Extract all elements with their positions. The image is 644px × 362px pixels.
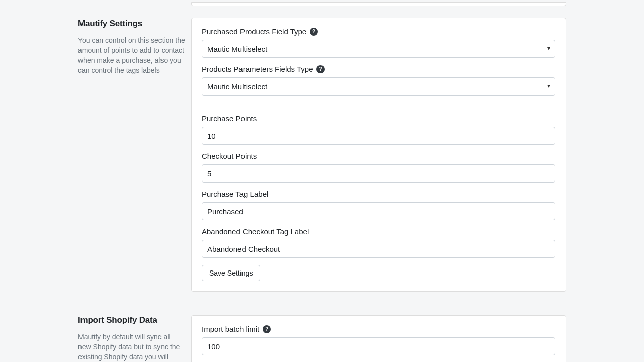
import-shopify-card: Import batch limit ? Import Continue Imp… — [191, 315, 566, 362]
label-text: Purchased Products Field Type — [202, 27, 306, 36]
purchased-products-field-type-select[interactable]: Mautic Multiselect — [202, 40, 555, 58]
help-icon[interactable]: ? — [310, 28, 318, 36]
label-text: Purchase Points — [202, 114, 257, 123]
help-icon[interactable]: ? — [316, 65, 325, 73]
save-settings-button[interactable]: Save Settings — [202, 265, 260, 281]
help-icon[interactable]: ? — [263, 325, 271, 333]
mautify-settings-card: Purchased Products Field Type ? Mautic M… — [191, 18, 566, 292]
mautify-settings-desc: You can control on this section the amou… — [78, 36, 185, 76]
purchased-products-field-type-label: Purchased Products Field Type ? — [202, 27, 555, 36]
label-text: Checkout Points — [202, 152, 257, 160]
import-shopify-desc1: Mautify by default will sync all new Sho… — [78, 332, 185, 362]
abandoned-checkout-tag-label-input[interactable] — [202, 240, 555, 258]
import-shopify-sidebar: Import Shopify Data Mautify by default w… — [78, 315, 191, 362]
import-shopify-section: Import Shopify Data Mautify by default w… — [78, 315, 566, 362]
import-shopify-title: Import Shopify Data — [78, 315, 185, 325]
label-text: Import batch limit — [202, 325, 259, 333]
purchase-points-input[interactable] — [202, 127, 555, 145]
purchase-tag-label-input[interactable] — [202, 202, 555, 220]
label-text: Products Parameters Fields Type — [202, 65, 313, 73]
label-text: Purchase Tag Label — [202, 190, 268, 198]
mautify-settings-sidebar: Mautify Settings You can control on this… — [78, 2, 191, 81]
mautify-settings-section: Mautify Settings You can control on this… — [78, 2, 566, 303]
products-parameters-fields-type-label: Products Parameters Fields Type ? — [202, 65, 555, 73]
checkout-points-input[interactable] — [202, 164, 555, 183]
purchase-points-label: Purchase Points — [202, 114, 555, 123]
previous-card-edge — [191, 2, 566, 6]
purchase-tag-label-label: Purchase Tag Label — [202, 190, 555, 198]
import-batch-limit-label: Import batch limit ? — [202, 325, 555, 333]
divider — [202, 105, 555, 105]
label-text: Abandoned Checkout Tag Label — [202, 227, 309, 236]
abandoned-checkout-tag-label-label: Abandoned Checkout Tag Label — [202, 227, 555, 236]
products-parameters-fields-type-select[interactable]: Mautic Multiselect — [202, 77, 555, 96]
mautify-settings-title: Mautify Settings — [78, 19, 185, 29]
import-batch-limit-input[interactable] — [202, 337, 555, 355]
checkout-points-label: Checkout Points — [202, 152, 555, 160]
